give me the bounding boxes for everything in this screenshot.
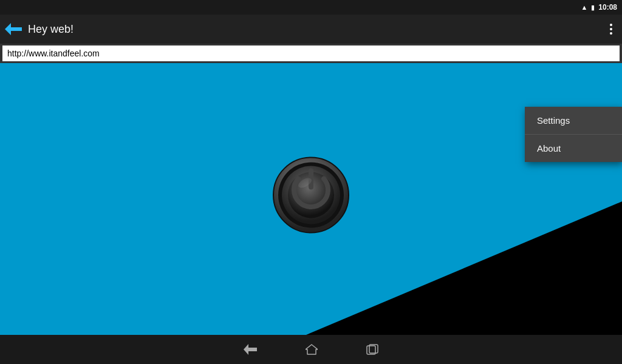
url-bar	[0, 44, 622, 63]
battery-icon: ▮	[591, 4, 595, 12]
svg-marker-10	[306, 345, 318, 354]
nav-recents-button[interactable]	[366, 344, 378, 355]
status-bar: ▲ ▮ 10:08	[0, 0, 622, 15]
nav-bar	[0, 335, 622, 364]
dot-icon	[610, 24, 612, 26]
nav-home-button[interactable]	[306, 343, 318, 356]
power-button-icon	[272, 156, 350, 235]
overflow-menu-button[interactable]	[605, 21, 617, 37]
dot-icon	[610, 28, 612, 30]
dot-icon	[610, 32, 612, 35]
background-triangle	[306, 201, 622, 335]
main-content: Settings About	[0, 63, 622, 335]
svg-rect-1	[10, 27, 22, 31]
toolbar: Hey web!	[0, 15, 622, 44]
back-button[interactable]	[5, 23, 22, 35]
about-menu-item[interactable]: About	[525, 135, 622, 162]
status-time: 10:08	[598, 3, 617, 12]
svg-rect-9	[247, 348, 257, 351]
settings-menu-item[interactable]: Settings	[525, 107, 622, 135]
app-title: Hey web!	[28, 23, 605, 36]
dropdown-menu: Settings About	[525, 107, 622, 162]
url-input[interactable]	[2, 46, 620, 61]
nav-back-button[interactable]	[244, 344, 257, 355]
signal-icon: ▲	[581, 4, 587, 11]
